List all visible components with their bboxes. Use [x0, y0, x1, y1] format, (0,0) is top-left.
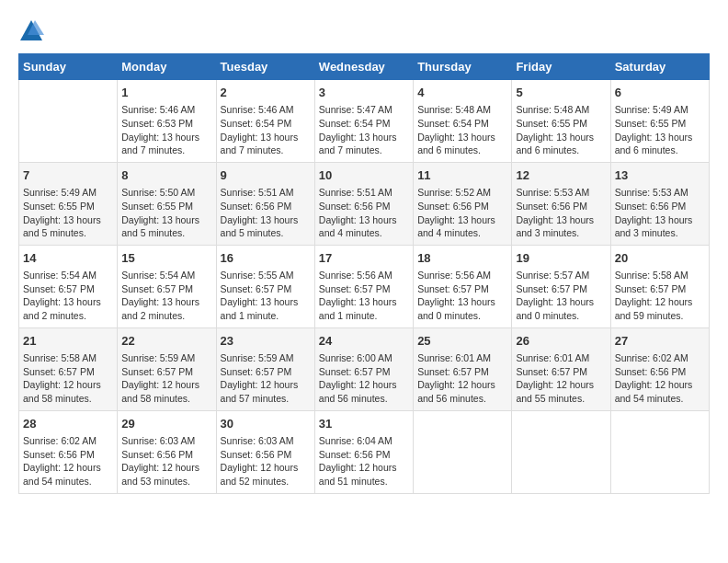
day-of-week-header: Thursday	[414, 54, 512, 80]
calendar-week-row: 7Sunrise: 5:49 AMSunset: 6:55 PMDaylight…	[19, 162, 710, 245]
day-of-week-header: Monday	[118, 54, 216, 80]
day-info: Sunrise: 5:58 AMSunset: 6:57 PMDaylight:…	[23, 351, 113, 406]
calendar-day-cell: 15Sunrise: 5:54 AMSunset: 6:57 PMDayligh…	[118, 245, 216, 327]
day-info: Sunrise: 5:56 AMSunset: 6:57 PMDaylight:…	[417, 269, 507, 323]
calendar-week-row: 1Sunrise: 5:46 AMSunset: 6:53 PMDaylight…	[19, 80, 710, 163]
calendar-day-cell: 19Sunrise: 5:57 AMSunset: 6:57 PMDayligh…	[512, 245, 610, 327]
calendar-day-cell	[19, 80, 118, 163]
day-info: Sunrise: 5:53 AMSunset: 6:56 PMDaylight:…	[516, 186, 606, 240]
day-info: Sunrise: 5:51 AMSunset: 6:56 PMDaylight:…	[221, 186, 311, 240]
calendar-day-cell: 6Sunrise: 5:49 AMSunset: 6:55 PMDaylight…	[610, 80, 709, 163]
day-info: Sunrise: 6:01 AMSunset: 6:57 PMDaylight:…	[516, 351, 606, 406]
day-number: 25	[417, 333, 507, 350]
day-number: 29	[121, 416, 211, 432]
day-number: 10	[319, 167, 409, 184]
calendar-day-cell: 23Sunrise: 5:59 AMSunset: 6:57 PMDayligh…	[216, 327, 314, 410]
calendar-day-cell: 20Sunrise: 5:58 AMSunset: 6:57 PMDayligh…	[610, 245, 709, 327]
calendar-day-cell: 11Sunrise: 5:52 AMSunset: 6:56 PMDayligh…	[414, 162, 512, 245]
calendar-day-cell: 18Sunrise: 5:56 AMSunset: 6:57 PMDayligh…	[414, 245, 512, 327]
day-number: 26	[516, 333, 606, 350]
day-info: Sunrise: 5:49 AMSunset: 6:55 PMDaylight:…	[23, 186, 113, 240]
calendar-day-cell: 22Sunrise: 5:59 AMSunset: 6:57 PMDayligh…	[118, 327, 216, 410]
day-info: Sunrise: 5:57 AMSunset: 6:57 PMDaylight:…	[516, 269, 606, 323]
day-number: 12	[516, 167, 606, 184]
day-info: Sunrise: 6:02 AMSunset: 6:56 PMDaylight:…	[615, 351, 705, 406]
day-number: 24	[319, 333, 409, 350]
day-number: 21	[23, 333, 113, 350]
day-info: Sunrise: 5:48 AMSunset: 6:55 PMDaylight:…	[516, 103, 606, 157]
day-info: Sunrise: 6:03 AMSunset: 6:56 PMDaylight:…	[221, 434, 311, 488]
day-number: 9	[221, 167, 311, 184]
day-number: 6	[615, 85, 705, 101]
day-number: 18	[417, 250, 507, 267]
calendar-day-cell: 14Sunrise: 5:54 AMSunset: 6:57 PMDayligh…	[19, 245, 118, 327]
day-number: 13	[615, 167, 705, 184]
calendar-table: SundayMondayTuesdayWednesdayThursdayFrid…	[18, 53, 710, 494]
day-number: 31	[319, 416, 409, 432]
calendar-day-cell: 10Sunrise: 5:51 AMSunset: 6:56 PMDayligh…	[314, 162, 413, 245]
day-info: Sunrise: 6:04 AMSunset: 6:56 PMDaylight:…	[319, 434, 409, 488]
day-number: 30	[221, 416, 311, 432]
calendar-week-row: 21Sunrise: 5:58 AMSunset: 6:57 PMDayligh…	[19, 327, 710, 410]
page-header	[18, 18, 710, 44]
calendar-day-cell: 1Sunrise: 5:46 AMSunset: 6:53 PMDaylight…	[118, 80, 216, 163]
logo-icon	[18, 18, 44, 44]
calendar-week-row: 14Sunrise: 5:54 AMSunset: 6:57 PMDayligh…	[19, 245, 710, 327]
calendar-day-cell: 21Sunrise: 5:58 AMSunset: 6:57 PMDayligh…	[19, 327, 118, 410]
day-number: 20	[615, 250, 705, 267]
day-of-week-header: Sunday	[19, 54, 118, 80]
calendar-day-cell: 24Sunrise: 6:00 AMSunset: 6:57 PMDayligh…	[314, 327, 413, 410]
day-info: Sunrise: 5:51 AMSunset: 6:56 PMDaylight:…	[319, 186, 409, 240]
day-info: Sunrise: 6:02 AMSunset: 6:56 PMDaylight:…	[23, 434, 113, 488]
day-number: 16	[221, 250, 311, 267]
calendar-day-cell: 13Sunrise: 5:53 AMSunset: 6:56 PMDayligh…	[610, 162, 709, 245]
day-info: Sunrise: 5:48 AMSunset: 6:54 PMDaylight:…	[417, 103, 507, 157]
day-of-week-header: Friday	[512, 54, 610, 80]
day-info: Sunrise: 5:47 AMSunset: 6:54 PMDaylight:…	[319, 103, 409, 157]
day-info: Sunrise: 5:55 AMSunset: 6:57 PMDaylight:…	[221, 269, 311, 323]
calendar-day-cell: 3Sunrise: 5:47 AMSunset: 6:54 PMDaylight…	[314, 80, 413, 163]
calendar-day-cell: 7Sunrise: 5:49 AMSunset: 6:55 PMDaylight…	[19, 162, 118, 245]
day-number: 17	[319, 250, 409, 267]
day-info: Sunrise: 5:56 AMSunset: 6:57 PMDaylight:…	[319, 269, 409, 323]
day-number: 1	[121, 85, 211, 101]
day-number: 8	[121, 167, 211, 184]
calendar-header: SundayMondayTuesdayWednesdayThursdayFrid…	[19, 54, 710, 80]
day-info: Sunrise: 5:46 AMSunset: 6:53 PMDaylight:…	[121, 103, 211, 157]
calendar-day-cell: 12Sunrise: 5:53 AMSunset: 6:56 PMDayligh…	[512, 162, 610, 245]
day-number: 5	[516, 85, 606, 101]
day-number: 11	[417, 167, 507, 184]
calendar-day-cell	[610, 410, 709, 493]
day-number: 27	[615, 333, 705, 350]
calendar-day-cell: 4Sunrise: 5:48 AMSunset: 6:54 PMDaylight…	[414, 80, 512, 163]
calendar-day-cell: 5Sunrise: 5:48 AMSunset: 6:55 PMDaylight…	[512, 80, 610, 163]
calendar-day-cell: 9Sunrise: 5:51 AMSunset: 6:56 PMDaylight…	[216, 162, 314, 245]
calendar-body: 1Sunrise: 5:46 AMSunset: 6:53 PMDaylight…	[19, 80, 710, 494]
calendar-day-cell: 8Sunrise: 5:50 AMSunset: 6:55 PMDaylight…	[118, 162, 216, 245]
day-number: 14	[23, 250, 113, 267]
calendar-day-cell: 17Sunrise: 5:56 AMSunset: 6:57 PMDayligh…	[314, 245, 413, 327]
calendar-day-cell: 30Sunrise: 6:03 AMSunset: 6:56 PMDayligh…	[216, 410, 314, 493]
day-info: Sunrise: 5:53 AMSunset: 6:56 PMDaylight:…	[615, 186, 705, 240]
day-number: 4	[417, 85, 507, 101]
day-of-week-header: Tuesday	[216, 54, 314, 80]
day-info: Sunrise: 5:54 AMSunset: 6:57 PMDaylight:…	[121, 269, 211, 323]
calendar-day-cell: 31Sunrise: 6:04 AMSunset: 6:56 PMDayligh…	[314, 410, 413, 493]
calendar-day-cell	[512, 410, 610, 493]
day-number: 3	[319, 85, 409, 101]
day-number: 23	[221, 333, 311, 350]
calendar-day-cell: 28Sunrise: 6:02 AMSunset: 6:56 PMDayligh…	[19, 410, 118, 493]
calendar-day-cell: 26Sunrise: 6:01 AMSunset: 6:57 PMDayligh…	[512, 327, 610, 410]
day-info: Sunrise: 5:54 AMSunset: 6:57 PMDaylight:…	[23, 269, 113, 323]
calendar-day-cell: 2Sunrise: 5:46 AMSunset: 6:54 PMDaylight…	[216, 80, 314, 163]
day-of-week-header: Wednesday	[314, 54, 413, 80]
logo	[18, 18, 48, 44]
day-info: Sunrise: 6:00 AMSunset: 6:57 PMDaylight:…	[319, 351, 409, 406]
day-number: 15	[121, 250, 211, 267]
day-info: Sunrise: 5:59 AMSunset: 6:57 PMDaylight:…	[121, 351, 211, 406]
day-number: 28	[23, 416, 113, 432]
calendar-day-cell	[414, 410, 512, 493]
day-info: Sunrise: 5:50 AMSunset: 6:55 PMDaylight:…	[121, 186, 211, 240]
day-info: Sunrise: 5:52 AMSunset: 6:56 PMDaylight:…	[417, 186, 507, 240]
calendar-day-cell: 29Sunrise: 6:03 AMSunset: 6:56 PMDayligh…	[118, 410, 216, 493]
